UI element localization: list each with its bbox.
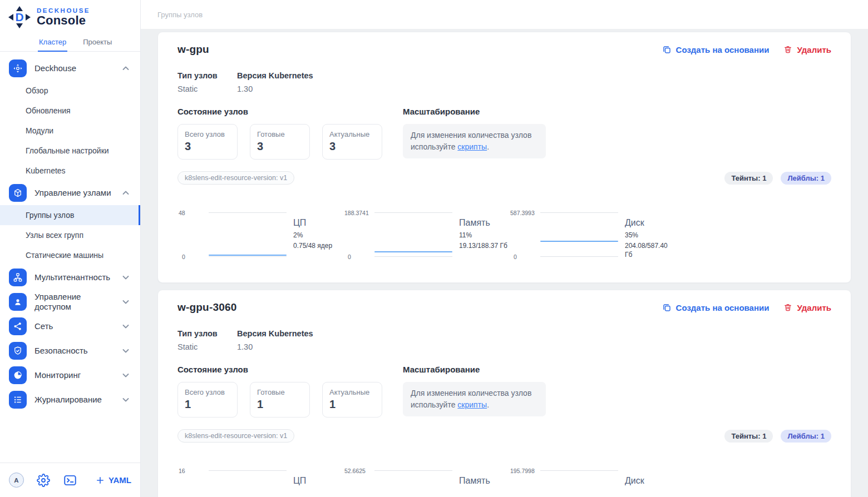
user-avatar[interactable]: A: [9, 473, 24, 488]
scaling-suffix: .: [487, 142, 489, 151]
taints-badge[interactable]: Тейнты: 1: [724, 172, 773, 185]
scaling-title: Масштабирование: [403, 365, 546, 374]
sidebar-group-network[interactable]: Сеть: [0, 314, 140, 339]
stat-uptodate-nodes: Актуальные 3: [322, 124, 382, 160]
scaling-note: Для изменения количества узлов используй…: [403, 124, 546, 158]
deckhouse-logo-icon: D: [8, 6, 31, 29]
gridline-top: [374, 470, 452, 471]
chevron-down-icon: [121, 395, 130, 404]
labels-badge[interactable]: Лейблы: 1: [781, 172, 831, 185]
chevron-down-icon: [121, 297, 130, 306]
monitoring-clock-icon: [9, 366, 27, 384]
chart-percent: 2%: [293, 231, 343, 239]
sidebar: D DECKHOUSE Console Кластер Проекты Deck…: [0, 0, 141, 497]
axis-min: 0: [509, 254, 538, 260]
sidebar-group-monitoring[interactable]: Мониторинг: [0, 363, 140, 387]
logo-arrow-down: [16, 23, 23, 28]
sidebar-item-all-nodes[interactable]: Узлы всех групп: [0, 225, 140, 245]
cpu-chart: 48 0 ЦП 2% 0.75/48 ядер: [177, 210, 343, 259]
access-management-icon: [9, 293, 27, 311]
delete-label: Удалить: [797, 45, 831, 54]
sidebar-group-node-management[interactable]: Управление узлами: [0, 181, 140, 205]
create-from-button[interactable]: Создать на основании: [662, 303, 770, 312]
k8s-version: Версия Kubernetes 1.30: [237, 71, 313, 93]
scaling-suffix: .: [487, 400, 489, 409]
scaling-note: Для изменения количества узлов используй…: [403, 382, 546, 416]
delete-button[interactable]: Удалить: [783, 45, 831, 54]
disk-plot: 587.3993 0: [509, 210, 618, 259]
deckhouse-module-icon: [9, 59, 27, 77]
node-state-section: Состояние узлов Всего узлов 1 Готовые 1: [177, 365, 382, 418]
stat-value: 1: [185, 398, 230, 411]
sidebar-item-modules[interactable]: Модули: [0, 121, 140, 141]
gridline-bottom: [209, 256, 287, 257]
sidebar-group-deckhouse[interactable]: Deckhouse: [0, 56, 140, 81]
sidebar-group-access-management[interactable]: Управление доступом: [0, 290, 140, 314]
disk-chart: 587.3993 0 Диск 35% 204.08/587.40 Гб: [509, 210, 675, 259]
settings-gear-icon[interactable]: [36, 473, 51, 488]
stat-value: 3: [185, 140, 230, 153]
stat-row: Всего узлов 1 Готовые 1 Актуальные 1: [177, 382, 382, 418]
card-actions: Создать на основании Удалить: [662, 45, 831, 54]
yaml-label: YAML: [108, 475, 131, 485]
sidebar-item-node-groups[interactable]: Группы узлов: [0, 205, 140, 225]
tab-cluster[interactable]: Кластер: [38, 34, 67, 52]
chevron-down-icon: [121, 346, 130, 355]
gridline-top: [540, 212, 618, 213]
k8s-version: Версия Kubernetes 1.30: [237, 329, 313, 351]
labels-badge[interactable]: Лейблы: 1: [781, 430, 831, 443]
sidebar-item-kubernetes[interactable]: Kubernetes: [0, 161, 140, 181]
create-yaml-button[interactable]: YAML: [96, 475, 131, 485]
brand: D DECKHOUSE Console: [0, 0, 140, 30]
logging-list-icon: [9, 391, 27, 409]
create-from-label: Создать на основании: [676, 45, 770, 54]
scripts-link[interactable]: скрипты: [457, 400, 487, 409]
node-type: Тип узлов Static: [177, 71, 237, 93]
stat-ready-nodes: Готовые 3: [250, 124, 310, 160]
chart-label-block: ЦП 2% 0.75/48 ядер: [293, 210, 343, 259]
memory-chart: 52.6625 Память: [343, 468, 509, 497]
sidebar-item-global-settings[interactable]: Глобальные настройки: [0, 141, 140, 161]
delete-button[interactable]: Удалить: [783, 303, 831, 312]
taints-badge[interactable]: Тейнты: 1: [724, 430, 773, 443]
charts-row: 48 0 ЦП 2% 0.75/48 ядер: [177, 210, 831, 259]
copy-icon: [662, 45, 672, 54]
node-state-section: Состояние узлов Всего узлов 3 Готовые 3: [177, 107, 382, 160]
multitenancy-icon: [9, 269, 27, 286]
trash-icon: [783, 303, 792, 312]
meta-row: Тип узлов Static Версия Kubernetes 1.30: [177, 71, 831, 93]
chart-title: ЦП: [293, 476, 343, 486]
sidebar-item-updates[interactable]: Обновления: [0, 101, 140, 121]
scaling-section: Масштабирование Для изменения количества…: [403, 365, 546, 418]
chevron-down-icon: [121, 322, 130, 331]
sidebar-item-overview[interactable]: Обзор: [0, 81, 140, 101]
node-type-label: Тип узлов: [177, 329, 237, 338]
stat-value: 3: [257, 140, 303, 153]
content[interactable]: w-gpu Создать на основании Удалить: [141, 29, 868, 497]
tag-row: k8slens-edit-resource-version: v1 Тейнты…: [177, 171, 831, 185]
gridline-bottom: [374, 256, 452, 257]
sidebar-group-logging[interactable]: Журналирование: [0, 387, 140, 412]
usage-line: [540, 241, 618, 242]
chevron-down-icon: [121, 371, 130, 380]
sidebar-item-static-machines[interactable]: Статические машины: [0, 245, 140, 265]
chart-label-block: Диск: [625, 468, 675, 497]
tab-projects[interactable]: Проекты: [82, 34, 113, 51]
terminal-icon[interactable]: [63, 473, 77, 488]
chevron-down-icon: [121, 273, 130, 282]
stat-ready-nodes: Готовые 1: [250, 382, 310, 418]
sidebar-group-label: Сеть: [34, 321, 114, 331]
scripts-link[interactable]: скрипты: [457, 142, 487, 151]
scaling-section: Масштабирование Для изменения количества…: [403, 107, 546, 160]
sidebar-group-security[interactable]: Безопасность: [0, 339, 140, 363]
chart-percent: 35%: [625, 231, 675, 239]
stat-value: 1: [329, 398, 375, 411]
stat-label: Всего узлов: [185, 130, 230, 138]
memory-plot: 188.3741 0: [343, 210, 452, 259]
cpu-plot: 48 0: [177, 210, 287, 259]
axis-max: 195.7998: [509, 468, 538, 474]
create-from-button[interactable]: Создать на основании: [662, 45, 770, 54]
sidebar-group-label: Deckhouse: [34, 63, 114, 73]
stat-label: Готовые: [257, 388, 303, 396]
sidebar-group-multitenancy[interactable]: Мультитенантность: [0, 265, 140, 290]
